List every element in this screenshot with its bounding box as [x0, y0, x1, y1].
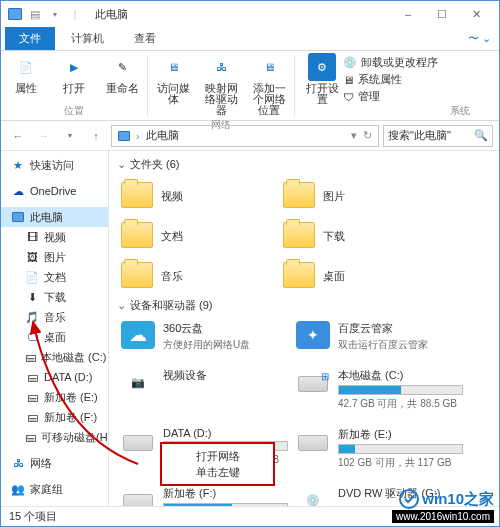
nav-downloads[interactable]: ⬇下载 [1, 287, 108, 307]
drives-header[interactable]: ⌄设备和驱动器 (9) [117, 298, 491, 313]
nav-music[interactable]: 🎵音乐 [1, 307, 108, 327]
back-button[interactable]: ← [7, 125, 29, 147]
nav-drive-f[interactable]: 🖴新加卷 (F:) [1, 407, 108, 427]
drive-video-device[interactable]: 📷 视频设备 [117, 364, 292, 423]
folder-icon [121, 222, 153, 248]
camera-icon: 📷 [121, 368, 155, 396]
folder-videos[interactable]: 视频 [117, 176, 279, 216]
settings-icon: ⚙ [308, 53, 336, 81]
qat-separator: | [67, 6, 83, 22]
system-properties-button[interactable]: 🖥系统属性 [343, 72, 438, 87]
app-360cloud[interactable]: ☁ 360云盘方便好用的网络U盘 [117, 317, 292, 364]
folder-documents[interactable]: 文档 [117, 216, 279, 256]
search-icon: 🔍 [474, 129, 488, 142]
close-button[interactable]: ✕ [459, 1, 493, 27]
maximize-button[interactable]: ☐ [425, 1, 459, 27]
folder-icon [121, 262, 153, 288]
group-label-system: 系统 [450, 102, 470, 120]
nav-documents[interactable]: 📄文档 [1, 267, 108, 287]
folder-desktop[interactable]: 桌面 [279, 256, 441, 296]
recent-dropdown[interactable]: ▾ [59, 125, 81, 147]
nav-desktop[interactable]: 🖵桌面 [1, 327, 108, 347]
manage-icon: 🛡 [343, 91, 354, 103]
search-placeholder: 搜索"此电脑" [388, 128, 451, 143]
refresh-icon[interactable]: ↻ [363, 129, 372, 142]
ribbon-help-icon[interactable]: 〜 ⌄ [460, 27, 499, 50]
group-label-location: 位置 [64, 102, 84, 120]
drive-icon [121, 427, 155, 455]
item-count: 15 个项目 [9, 509, 57, 524]
minimize-button[interactable]: – [391, 1, 425, 27]
folder-pictures[interactable]: 图片 [279, 176, 441, 216]
nav-this-pc[interactable]: 此电脑 [1, 207, 108, 227]
ribbon-tabs: 文件 计算机 查看 〜 ⌄ [1, 27, 499, 51]
ribbon-group-location: 📄属性 ▶打开 ✎重命名 位置 [1, 51, 147, 120]
forward-button[interactable]: → [33, 125, 55, 147]
open-button[interactable]: ▶打开 [55, 53, 93, 94]
ribbon: 📄属性 ▶打开 ✎重命名 位置 🖥访问媒体 🖧映射网络驱动器 🖥添加一个网络位置… [1, 51, 499, 121]
nav-quick-access[interactable]: ★快速访问 [1, 155, 108, 175]
pc-icon [11, 210, 25, 224]
folder-music[interactable]: 音乐 [117, 256, 279, 296]
folder-downloads[interactable]: 下载 [279, 216, 441, 256]
media-icon: 🖥 [159, 53, 187, 81]
ribbon-group-network: 🖥访问媒体 🖧映射网络驱动器 🖥添加一个网络位置 网络 [148, 51, 294, 120]
sysprops-icon: 🖥 [343, 74, 354, 86]
chevron-down-icon: ⌄ [117, 158, 126, 171]
drive-c[interactable]: ⊞ 本地磁盘 (C:)42.7 GB 可用，共 88.5 GB [292, 364, 467, 423]
nav-drive-h[interactable]: 🖴可移动磁盘(H:) [1, 427, 108, 447]
map-drive-icon: 🖧 [207, 53, 235, 81]
desktop-icon: 🖵 [25, 330, 39, 344]
breadcrumb-sep-icon: › [136, 130, 140, 142]
breadcrumb-root[interactable]: 此电脑 [146, 128, 179, 143]
window-controls: – ☐ ✕ [391, 1, 493, 27]
nav-videos[interactable]: 🎞视频 [1, 227, 108, 247]
folder-icon [283, 222, 315, 248]
nav-homegroup[interactable]: 👥家庭组 [1, 479, 108, 499]
rename-icon: ✎ [108, 53, 136, 81]
titlebar: ▤ ▾ | 此电脑 – ☐ ✕ [1, 1, 499, 27]
uninstall-button[interactable]: 💿卸载或更改程序 [343, 55, 438, 70]
nav-drive-e[interactable]: 🖴新加卷 (E:) [1, 387, 108, 407]
up-button[interactable]: ↑ [85, 125, 107, 147]
baidu-app-icon: ✦ [296, 321, 330, 349]
folders-grid: 视频 图片 文档 下载 音乐 桌面 [117, 176, 491, 296]
add-network-button[interactable]: 🖥添加一个网络位置 [250, 53, 288, 116]
rename-button[interactable]: ✎重命名 [103, 53, 141, 94]
nav-onedrive[interactable]: ☁OneDrive [1, 181, 108, 201]
drive-icon: 🖴 [25, 350, 36, 364]
address-bar[interactable]: › 此电脑 ▾ ↻ [111, 125, 379, 147]
svg-point-0 [400, 490, 418, 508]
star-icon: ★ [11, 158, 25, 172]
folders-header[interactable]: ⌄文件夹 (6) [117, 157, 491, 172]
drive-icon: 🖴 [25, 410, 39, 424]
drive-e[interactable]: 新加卷 (E:)102 GB 可用，共 117 GB [292, 423, 467, 482]
search-box[interactable]: 搜索"此电脑" 🔍 [383, 125, 493, 147]
file-tab[interactable]: 文件 [5, 27, 55, 50]
nav-drive-c[interactable]: 🖴本地磁盘 (C:) [1, 347, 108, 367]
nav-drive-d[interactable]: 🖴DATA (D:) [1, 367, 108, 387]
pictures-icon: 🖼 [25, 250, 39, 264]
app-baiducloud[interactable]: ✦ 百度云管家双击运行百度云管家 [292, 317, 467, 364]
cloud-app-icon: ☁ [121, 321, 155, 349]
callout-line2: 单击左键 [196, 464, 240, 480]
nav-network[interactable]: 🖧网络 [1, 453, 108, 473]
pc-icon [118, 131, 130, 141]
open-settings-button[interactable]: ⚙打开设置 [301, 53, 343, 105]
properties-icon: 📄 [12, 53, 40, 81]
properties-button[interactable]: 📄属性 [7, 53, 45, 94]
tab-view[interactable]: 查看 [120, 27, 170, 50]
watermark-logo: win10之家 [398, 488, 494, 510]
nav-pictures[interactable]: 🖼图片 [1, 247, 108, 267]
tab-computer[interactable]: 计算机 [57, 27, 118, 50]
homegroup-icon: 👥 [11, 482, 25, 496]
access-media-button[interactable]: 🖥访问媒体 [154, 53, 192, 105]
qat-item[interactable]: ▤ [27, 6, 43, 22]
map-drive-button[interactable]: 🖧映射网络驱动器 [202, 53, 240, 116]
drive-icon: ⊞ [296, 368, 330, 396]
address-dropdown-icon[interactable]: ▾ [351, 129, 357, 142]
qat-dropdown-icon[interactable]: ▾ [47, 6, 63, 22]
documents-icon: 📄 [25, 270, 39, 284]
nav-sidebar: ★快速访问 ☁OneDrive 此电脑 🎞视频 🖼图片 📄文档 ⬇下载 🎵音乐 … [1, 151, 109, 506]
annotation-callout: 打开网络 单击左键 [160, 442, 275, 486]
